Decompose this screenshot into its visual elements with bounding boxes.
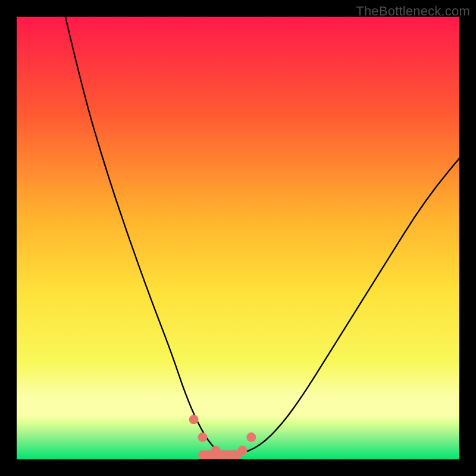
- marker-dot: [220, 450, 230, 459]
- marker-dot: [246, 433, 256, 442]
- marker-dot: [211, 446, 221, 455]
- chart-frame: TheBottleneck.com: [0, 0, 476, 476]
- chart-svg: [17, 17, 459, 459]
- gradient-bg: [17, 17, 459, 459]
- marker-dot: [198, 433, 207, 442]
- plot-area: [17, 17, 459, 459]
- marker-dot: [189, 415, 199, 424]
- marker-dot: [237, 446, 247, 455]
- marker-dot: [229, 450, 239, 459]
